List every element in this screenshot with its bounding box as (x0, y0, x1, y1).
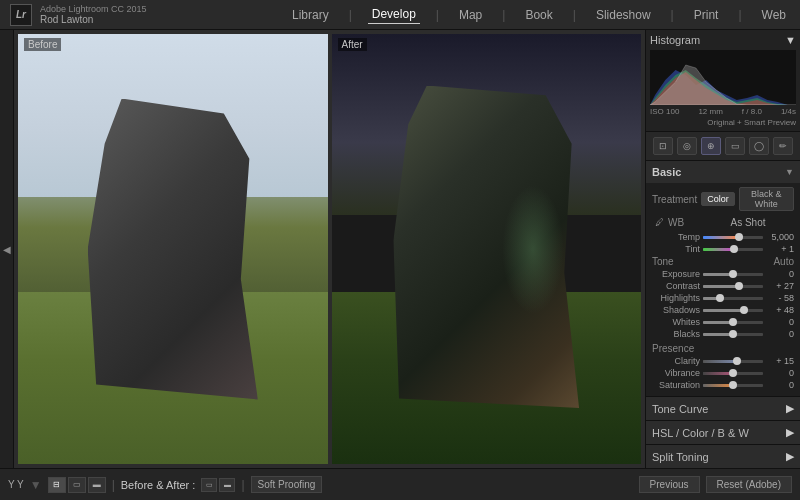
eyedropper-icon[interactable]: 🖊 (652, 215, 666, 229)
top-bar: Lr Adobe Lightroom CC 2015 Rod Lawton Li… (0, 0, 800, 30)
clarity-track[interactable] (703, 360, 763, 363)
histogram-arrow[interactable]: ▼ (785, 34, 796, 46)
saturation-track[interactable] (703, 384, 763, 387)
tone-curve-arrow: ▶ (786, 402, 794, 415)
reset-button[interactable]: Reset (Adobe) (706, 476, 792, 493)
tone-auto-btn[interactable]: Auto (773, 256, 794, 267)
right-panel: Histogram ▼ ISO 100 12 mm f / 8.0 (645, 30, 800, 468)
histogram-info: ISO 100 12 mm f / 8.0 1/4s (650, 107, 796, 116)
before-rock (88, 99, 258, 400)
graduated-filter-tool[interactable]: ▭ (725, 137, 745, 155)
nav-library[interactable]: Library (288, 6, 333, 24)
split-toning-panel[interactable]: Split Toning ▶ (646, 445, 800, 468)
top-bottom-btn[interactable]: ▬ (88, 477, 106, 493)
contrast-track[interactable] (703, 285, 763, 288)
highlights-thumb[interactable] (716, 294, 724, 302)
highlights-label: Highlights (652, 293, 700, 303)
exposure-thumb[interactable] (729, 270, 737, 278)
left-panel-toggle[interactable]: ◀ (3, 244, 11, 255)
basic-panel-header[interactable]: Basic ▼ (646, 161, 800, 183)
tone-curve-panel[interactable]: Tone Curve ▶ (646, 397, 800, 421)
spot-removal-tool[interactable]: ◎ (677, 137, 697, 155)
exposure-track[interactable] (703, 273, 763, 276)
bw-btn[interactable]: Black & White (739, 187, 794, 211)
contrast-label: Contrast (652, 281, 700, 291)
tone-label: Tone (652, 256, 674, 267)
temp-thumb[interactable] (735, 233, 743, 241)
adjustment-brush-tool[interactable]: ✏ (773, 137, 793, 155)
hsl-title: HSL / Color / B & W (652, 427, 749, 439)
vibrance-thumb[interactable] (729, 369, 737, 377)
side-by-side-btn[interactable]: ▭ (68, 477, 86, 493)
tint-thumb[interactable] (730, 245, 738, 253)
lr-logo: Lr (10, 4, 32, 26)
app-title: Adobe Lightroom CC 2015 (40, 4, 147, 14)
aperture-value: f / 8.0 (742, 107, 762, 116)
contrast-value: + 27 (766, 281, 794, 291)
vibrance-track[interactable] (703, 372, 763, 375)
hsl-panel[interactable]: HSL / Color / B & W ▶ (646, 421, 800, 445)
yx-toggle[interactable]: Y Y (8, 479, 24, 490)
focal-value: 12 mm (698, 107, 722, 116)
temp-track[interactable] (703, 236, 763, 239)
vibrance-slider-row: Vibrance 0 (652, 368, 794, 378)
nav-print[interactable]: Print (690, 6, 723, 24)
basic-panel: Basic ▼ Treatment Color Black & White 🖊 … (646, 161, 800, 397)
before-after-label: Before & After : (121, 479, 196, 491)
blacks-thumb[interactable] (729, 330, 737, 338)
after-rock-highlight (502, 185, 564, 314)
nav-map[interactable]: Map (455, 6, 486, 24)
nav-develop[interactable]: Develop (368, 5, 420, 24)
before-after-buttons: ⊟ ▭ ▬ (48, 477, 106, 493)
bottom-left: Y Y ▼ ⊟ ▭ ▬ | Before & After : ▭ ▬ | Sof… (8, 476, 322, 493)
app-info: Adobe Lightroom CC 2015 Rod Lawton (40, 4, 147, 25)
hsl-arrow: ▶ (786, 426, 794, 439)
tint-slider-row: Tint + 1 (652, 244, 794, 254)
split-toning-arrow: ▶ (786, 450, 794, 463)
histogram-title: Histogram (650, 34, 700, 46)
shadows-slider-row: Shadows + 48 (652, 305, 794, 315)
clarity-thumb[interactable] (733, 357, 741, 365)
nav-slideshow[interactable]: Slideshow (592, 6, 655, 24)
tint-track[interactable] (703, 248, 763, 251)
exposure-slider-row: Exposure 0 (652, 269, 794, 279)
nav-book[interactable]: Book (521, 6, 556, 24)
split-view-btn[interactable]: ⊟ (48, 477, 66, 493)
bottom-bar: Y Y ▼ ⊟ ▭ ▬ | Before & After : ▭ ▬ | Sof… (0, 468, 800, 500)
treatment-row: Treatment Color Black & White (652, 187, 794, 211)
color-btn[interactable]: Color (701, 192, 735, 206)
previous-button[interactable]: Previous (639, 476, 700, 493)
blacks-value: 0 (766, 329, 794, 339)
soft-proofing-button[interactable]: Soft Proofing (251, 476, 323, 493)
basic-panel-title: Basic (652, 166, 681, 178)
saturation-thumb[interactable] (729, 381, 737, 389)
radial-filter-tool[interactable]: ◯ (749, 137, 769, 155)
shadows-track[interactable] (703, 309, 763, 312)
blacks-track[interactable] (703, 333, 763, 336)
before-label: Before (24, 38, 61, 51)
shadows-thumb[interactable] (740, 306, 748, 314)
blacks-slider-row: Blacks 0 (652, 329, 794, 339)
nav-web[interactable]: Web (758, 6, 790, 24)
vibrance-label: Vibrance (652, 368, 700, 378)
contrast-slider-row: Contrast + 27 (652, 281, 794, 291)
shadows-label: Shadows (652, 305, 700, 315)
tone-curve-title: Tone Curve (652, 403, 708, 415)
crop-tool[interactable]: ⊡ (653, 137, 673, 155)
preview-info: Original + Smart Preview (650, 118, 796, 127)
whites-thumb[interactable] (729, 318, 737, 326)
tone-group-label: Tone Auto (652, 256, 794, 267)
ba-btn-2[interactable]: ▬ (219, 478, 235, 492)
wb-dropdown[interactable]: As Shot (702, 217, 794, 228)
ba-buttons: ▭ ▬ (201, 478, 235, 492)
red-eye-tool[interactable]: ⊕ (701, 137, 721, 155)
whites-track[interactable] (703, 321, 763, 324)
highlights-track[interactable] (703, 297, 763, 300)
histogram-svg (650, 50, 796, 105)
clarity-value: + 15 (766, 356, 794, 366)
iso-value: ISO 100 (650, 107, 679, 116)
contrast-thumb[interactable] (735, 282, 743, 290)
saturation-value: 0 (766, 380, 794, 390)
clarity-slider-row: Clarity + 15 (652, 356, 794, 366)
ba-btn-1[interactable]: ▭ (201, 478, 217, 492)
